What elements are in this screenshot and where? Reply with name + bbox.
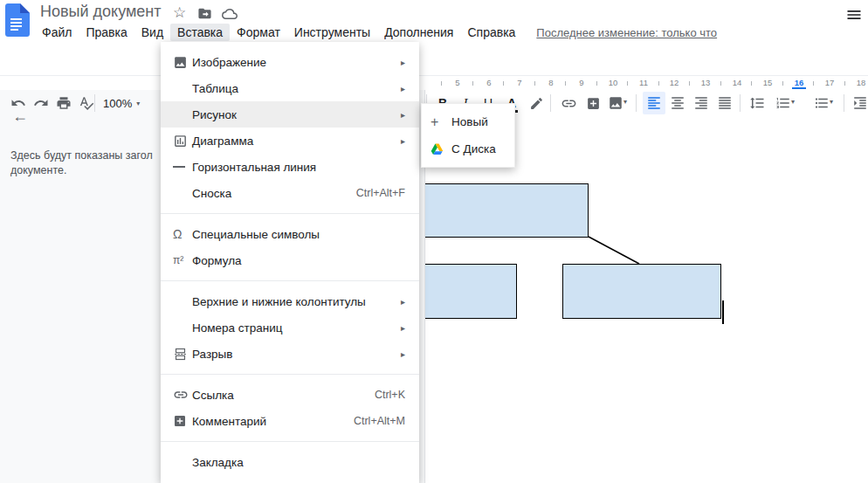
align-center-button[interactable] [666, 92, 689, 114]
header: Новый документ ☆ Файл Правка Вид Вставка… [0, 0, 868, 42]
menu-divider [161, 374, 419, 375]
page-break-icon [173, 347, 192, 362]
outline-placeholder-line: Здесь будут показаны загол [10, 149, 153, 162]
toolbar-separator [740, 94, 741, 112]
ruler-number: 17 [823, 78, 837, 87]
undo-button[interactable] [7, 92, 30, 114]
compact-controls-icon[interactable] [845, 6, 863, 27]
submenu-arrow-icon: ▸ [401, 84, 405, 93]
insert-menu-item-special-characters[interactable]: Ω Специальные символы [161, 221, 419, 247]
insert-menu-item-break[interactable]: Разрыв ▸ [161, 341, 419, 367]
cloud-status-icon[interactable] [222, 6, 238, 24]
insert-comment-button[interactable] [582, 92, 604, 114]
highlight-button[interactable] [525, 92, 548, 114]
chevron-down-icon: ▾ [136, 100, 140, 107]
menu-insert[interactable]: Вставка [170, 24, 230, 41]
zoom-value: 100% [103, 97, 132, 110]
align-right-button[interactable] [690, 92, 713, 114]
menu-edit[interactable]: Правка [79, 24, 134, 41]
bulleted-list-dropdown-icon[interactable]: ▾ [830, 98, 833, 106]
ruler-number-active: 16 [792, 78, 806, 89]
ruler-number: 8 [544, 78, 558, 87]
toolbar: 100% ▾ B I U A ▾ [0, 42, 868, 76]
insert-menu-item-image[interactable]: Изображение ▸ [161, 49, 419, 75]
insert-menu-item-comment[interactable]: Комментарий Ctrl+Alt+M [161, 408, 419, 434]
insert-menu-item-drawing[interactable]: Рисунок ▸ [161, 101, 419, 128]
text-caret [722, 300, 724, 324]
ruler-number: 7 [513, 78, 527, 87]
print-button[interactable] [52, 92, 75, 114]
menu-tools[interactable]: Инструменты [287, 24, 377, 41]
shortcut-label: Ctrl+Alt+F [356, 187, 405, 199]
indent-button[interactable] [849, 92, 868, 114]
insert-menu-item-link[interactable]: Ссылка Ctrl+K [161, 382, 419, 408]
ruler-number: 9 [575, 78, 589, 87]
insert-menu-dropdown: Изображение ▸ Таблица ▸ Рисунок ▸ Диагра… [161, 42, 419, 483]
align-left-button[interactable] [643, 92, 665, 114]
drawing-submenu: + Новый С Диска [421, 103, 515, 168]
ruler-number: 14 [730, 78, 744, 87]
insert-menu-item-headers-footers[interactable]: Верхние и нижние колонтитулы ▸ [161, 288, 419, 314]
align-justify-button[interactable] [713, 92, 736, 114]
insert-menu-item-equation[interactable]: π² Формула [161, 247, 419, 273]
drawing-shape-bottom-left[interactable] [424, 264, 517, 319]
ruler-number: 10 [606, 78, 620, 87]
submenu-arrow-icon: ▸ [401, 297, 405, 307]
menu-format[interactable]: Формат [230, 24, 287, 41]
image-dropdown-icon[interactable]: ▾ [623, 98, 627, 106]
drawing-submenu-from-drive[interactable]: С Диска [422, 135, 514, 162]
ruler-number: 6 [482, 78, 496, 87]
shortcut-label: Ctrl+Alt+M [354, 415, 405, 427]
ruler-number: 13 [699, 78, 713, 87]
menu-addons[interactable]: Дополнения [377, 24, 460, 41]
toolbar-separator [94, 94, 95, 112]
menu-help[interactable]: Справка [460, 24, 522, 41]
document-title[interactable]: Новый документ [40, 3, 162, 21]
formula-icon: π² [173, 254, 192, 266]
menu-divider [161, 441, 419, 442]
insert-link-button[interactable] [557, 92, 580, 114]
toolbar-separator [550, 94, 551, 112]
shortcut-label: Ctrl+K [375, 389, 405, 401]
menubar: Файл Правка Вид Вставка Формат Инструмен… [35, 23, 717, 42]
move-folder-icon[interactable] [197, 6, 212, 24]
submenu-arrow-icon: ▸ [401, 58, 405, 67]
star-icon[interactable]: ☆ [173, 6, 186, 20]
submenu-arrow-icon: ▸ [401, 110, 405, 120]
link-icon [173, 387, 192, 403]
toolbar-separator [844, 94, 844, 112]
ruler-number: 12 [667, 78, 681, 87]
omega-icon: Ω [173, 227, 192, 241]
insert-menu-item-footnote[interactable]: Сноска Ctrl+Alt+F [161, 180, 419, 206]
ruler-number: 5 [451, 78, 465, 87]
plus-icon: + [431, 114, 451, 130]
insert-menu-item-table-of-contents[interactable]: Оглавление ▸ [161, 475, 419, 483]
insert-menu-item-horizontal-line[interactable]: Горизонтальная линия [161, 154, 419, 180]
drawing-submenu-new[interactable]: + Новый [422, 108, 514, 135]
comment-icon [173, 414, 192, 428]
horizontal-line-icon [173, 166, 192, 168]
menu-file[interactable]: Файл [35, 24, 79, 41]
ruler: 5 6 7 8 9 10 11 12 13 14 15 16 17 18 [0, 76, 868, 90]
submenu-arrow-icon: ▸ [401, 136, 405, 146]
numbered-list-dropdown-icon[interactable]: ▾ [791, 98, 795, 106]
insert-menu-item-page-numbers[interactable]: Номера страниц ▸ [161, 314, 419, 341]
zoom-control[interactable]: 100% ▾ [98, 92, 145, 114]
insert-menu-item-table[interactable]: Таблица ▸ [161, 75, 419, 101]
drawing-shape-top[interactable] [424, 183, 589, 238]
redo-button[interactable] [30, 92, 52, 114]
outline-placeholder-line: документе. [10, 164, 66, 176]
menu-view[interactable]: Вид [134, 24, 170, 41]
last-edit-link[interactable]: Последнее изменение: только что [536, 26, 717, 39]
google-docs-app: Новый документ ☆ Файл Правка Вид Вставка… [0, 0, 868, 483]
insert-menu-item-chart[interactable]: Диаграмма ▸ [161, 128, 419, 154]
docs-logo-icon [5, 3, 30, 40]
submenu-arrow-icon: ▸ [401, 349, 405, 359]
drive-icon [431, 142, 451, 155]
menu-divider [161, 280, 419, 281]
toolbar-separator [636, 94, 637, 112]
insert-menu-item-bookmark[interactable]: Закладка [161, 449, 419, 475]
drawing-shape-bottom-right[interactable] [562, 264, 721, 319]
line-spacing-button[interactable] [746, 92, 768, 114]
ruler-number: 18 [854, 78, 868, 87]
